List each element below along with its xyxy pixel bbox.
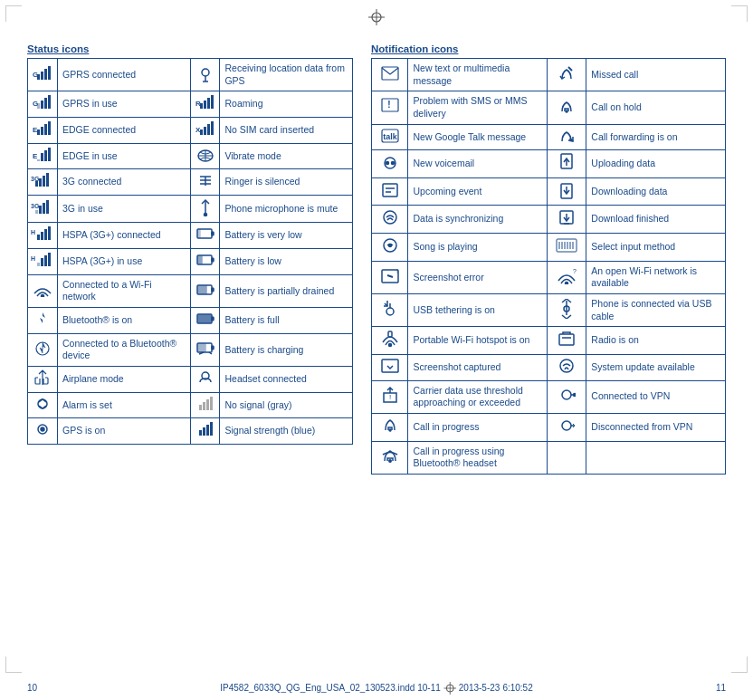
label-cell: Radio is on xyxy=(586,327,726,355)
notification-title: Notification icons xyxy=(371,43,726,54)
label-cell: Uploading data xyxy=(586,150,726,178)
icon-cell: G xyxy=(28,91,58,118)
svg-rect-55 xyxy=(37,235,40,240)
label-cell: Select input method xyxy=(586,234,726,262)
svg-point-139 xyxy=(562,390,571,399)
table-row: USB tethering is on Phone is connected v… xyxy=(372,294,726,327)
icon-cell xyxy=(191,169,220,196)
table-row: Portable Wi-Fi hotspot is on Radio is on xyxy=(372,327,726,355)
label-cell: Battery is full xyxy=(220,308,353,334)
svg-point-142 xyxy=(389,429,391,431)
svg-rect-60 xyxy=(212,232,214,235)
svg-rect-88 xyxy=(210,397,213,410)
icon-cell: X xyxy=(191,117,220,143)
table-row: GPS is on Signal strength (blue) xyxy=(28,418,353,445)
footer-crosshair-icon xyxy=(443,682,456,695)
icon-cell xyxy=(548,441,586,474)
notification-table: New text or multimedia message Missed ca… xyxy=(371,58,726,475)
icon-cell: H xyxy=(28,249,58,275)
label-cell: New text or multimedia message xyxy=(408,59,548,91)
svg-point-132 xyxy=(388,344,391,347)
svg-rect-52 xyxy=(46,200,49,214)
svg-rect-15 xyxy=(48,95,51,109)
label-cell: Bluetooth® is on xyxy=(58,308,191,334)
icon-cell: 3G xyxy=(28,195,58,223)
corner-mark-tl xyxy=(5,5,22,22)
label-cell: New voicemail xyxy=(408,150,548,178)
svg-rect-61 xyxy=(198,230,200,237)
table-row: 3G 3G in use Phone microphone is mute xyxy=(28,195,353,223)
icon-cell xyxy=(372,413,408,441)
corner-mark-bl xyxy=(5,657,22,673)
label-cell: An open Wi-Fi network is available xyxy=(586,261,726,293)
icon-cell: G xyxy=(28,59,58,91)
table-row: Upcoming event Downloading data xyxy=(372,177,726,206)
status-title: Status icons xyxy=(27,43,353,54)
icon-cell xyxy=(548,124,586,150)
label-cell: Upcoming event xyxy=(408,177,548,206)
svg-rect-87 xyxy=(206,399,209,410)
icon-cell xyxy=(548,91,586,124)
icon-cell xyxy=(191,143,220,169)
svg-rect-4 xyxy=(37,74,40,80)
label-cell: System update available xyxy=(586,354,726,380)
svg-rect-7 xyxy=(48,66,51,80)
svg-rect-24 xyxy=(44,124,47,135)
footer: 10 IP4582_6033Q_QG_Eng_USA_02_130523.ind… xyxy=(0,683,753,693)
svg-rect-41 xyxy=(39,178,42,187)
svg-rect-27 xyxy=(200,129,203,135)
svg-point-141 xyxy=(574,394,577,397)
svg-point-115 xyxy=(388,245,391,247)
svg-rect-56 xyxy=(41,232,43,240)
icon-cell: ! xyxy=(372,91,408,124)
label-cell: GPRS in use xyxy=(58,91,191,118)
svg-rect-14 xyxy=(44,98,47,109)
label-cell: Receiving location data from GPS xyxy=(220,59,353,91)
table-row: New text or multimedia message Missed ca… xyxy=(372,59,726,91)
status-section: Status icons G GPRS connected Receiving … xyxy=(27,43,353,475)
label-cell: Connected to VPN xyxy=(586,380,726,413)
svg-point-70 xyxy=(42,294,44,297)
label-cell: Battery is charging xyxy=(220,333,353,366)
svg-rect-57 xyxy=(44,229,47,240)
notification-section: Notification icons New text or multimedi… xyxy=(371,43,726,475)
icon-cell: E xyxy=(28,143,58,169)
table-row: E EDGE in use Vibrate mode xyxy=(28,143,353,169)
table-row: ! Problem with SMS or MMS delivery Call … xyxy=(372,91,726,124)
svg-rect-43 xyxy=(46,173,49,187)
svg-point-103 xyxy=(386,162,388,165)
icon-cell xyxy=(191,274,220,307)
table-row: G GPRS connected Receiving location data… xyxy=(28,59,353,91)
icon-cell xyxy=(372,59,408,91)
icon-cell xyxy=(548,354,586,380)
icon-cell xyxy=(191,418,220,445)
footer-filename: IP4582_6033Q_QG_Eng_USA_02_130523.indd 1… xyxy=(220,683,441,693)
svg-rect-13 xyxy=(41,101,43,109)
svg-rect-28 xyxy=(204,127,206,135)
label-cell: Call in progress using Bluetooth® headse… xyxy=(408,441,548,474)
table-row: Call in progress Disconnected from VPN xyxy=(372,413,726,441)
icon-cell xyxy=(548,150,586,178)
icon-cell: 3G xyxy=(28,169,58,196)
icon-cell xyxy=(548,177,586,206)
icon-cell: ! xyxy=(372,380,408,413)
label-cell: Call on hold xyxy=(586,91,726,124)
table-row: talk New Google Talk message Call forwar… xyxy=(372,124,726,150)
label-cell: Data is synchronizing xyxy=(408,206,548,234)
icon-cell xyxy=(191,366,220,392)
label-cell: No SIM card inserted xyxy=(220,117,353,143)
label-cell: Roaming xyxy=(220,91,353,118)
icon-cell: R xyxy=(191,91,220,118)
icon-cell xyxy=(548,59,586,91)
svg-text:talk: talk xyxy=(383,132,398,141)
label-cell: Signal strength (blue) xyxy=(220,418,353,445)
svg-point-53 xyxy=(204,213,206,216)
svg-rect-17 xyxy=(200,103,203,109)
svg-rect-50 xyxy=(39,206,42,214)
icon-cell xyxy=(191,223,220,249)
page: Status icons G GPRS connected Receiving … xyxy=(0,0,753,700)
content-area: Status icons G GPRS connected Receiving … xyxy=(27,43,726,475)
svg-rect-79 xyxy=(212,346,214,350)
label-cell: No signal (gray) xyxy=(220,392,353,418)
table-row: Call in progress using Bluetooth® headse… xyxy=(372,441,726,474)
